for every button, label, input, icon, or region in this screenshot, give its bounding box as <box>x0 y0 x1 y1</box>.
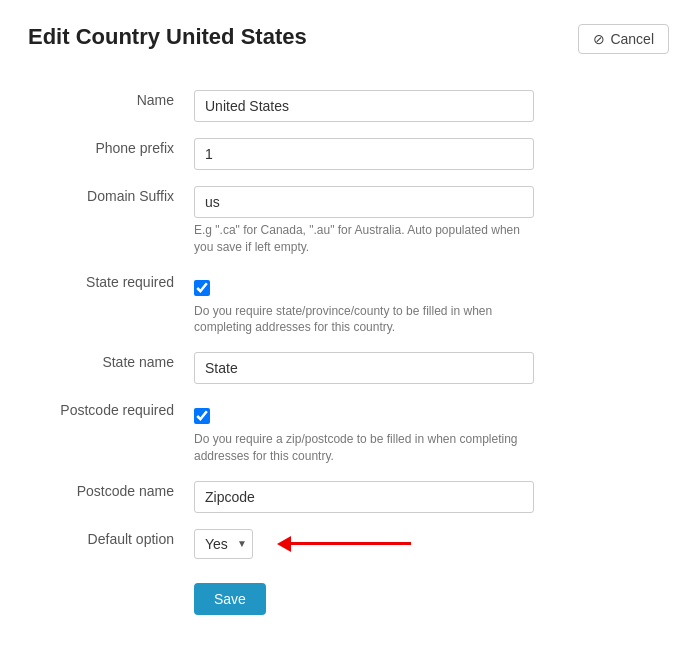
domain-suffix-row: Domain Suffix E.g ".ca" for Canada, ".au… <box>28 178 669 264</box>
state-required-hint: Do you require state/province/county to … <box>194 303 534 337</box>
phone-prefix-label: Phone prefix <box>28 130 188 178</box>
default-option-select[interactable]: Yes No <box>194 529 253 559</box>
state-name-row: State name <box>28 344 669 392</box>
cancel-label: Cancel <box>610 31 654 47</box>
name-label: Name <box>28 82 188 130</box>
default-option-label: Default option <box>28 521 188 567</box>
postcode-name-label: Postcode name <box>28 473 188 521</box>
state-name-field-cell <box>188 344 669 392</box>
postcode-name-row: Postcode name <box>28 473 669 521</box>
page-header: Edit Country United States ⊘ Cancel <box>28 24 669 54</box>
domain-suffix-hint: E.g ".ca" for Canada, ".au" for Australi… <box>194 222 534 256</box>
edit-form: Name Phone prefix Domain Suffix E.g ".ca… <box>28 82 669 623</box>
domain-suffix-input[interactable] <box>194 186 534 218</box>
domain-suffix-field-cell: E.g ".ca" for Canada, ".au" for Australi… <box>188 178 669 264</box>
phone-prefix-field-cell <box>188 130 669 178</box>
phone-prefix-input[interactable] <box>194 138 534 170</box>
default-option-field-cell: Yes No ▼ <box>188 521 669 567</box>
default-option-select-wrapper: Yes No ▼ <box>194 529 253 559</box>
postcode-required-label: Postcode required <box>28 392 188 473</box>
postcode-required-row: Postcode required Do you require a zip/p… <box>28 392 669 473</box>
name-input[interactable] <box>194 90 534 122</box>
postcode-name-input[interactable] <box>194 481 534 513</box>
state-required-checkbox[interactable] <box>194 280 210 296</box>
cancel-icon: ⊘ <box>593 31 605 47</box>
state-required-field-cell: Do you require state/province/county to … <box>188 264 669 345</box>
state-name-label: State name <box>28 344 188 392</box>
arrow-line <box>291 542 411 545</box>
cancel-button[interactable]: ⊘ Cancel <box>578 24 669 54</box>
save-row: Save <box>28 567 669 623</box>
postcode-required-field-cell: Do you require a zip/postcode to be fill… <box>188 392 669 473</box>
save-field-cell: Save <box>188 567 669 623</box>
arrow-indicator <box>278 536 411 552</box>
state-required-row: State required Do you require state/prov… <box>28 264 669 345</box>
state-required-label: State required <box>28 264 188 345</box>
page-title: Edit Country United States <box>28 24 307 50</box>
arrow-head <box>277 536 291 552</box>
state-name-input[interactable] <box>194 352 534 384</box>
postcode-required-hint: Do you require a zip/postcode to be fill… <box>194 431 534 465</box>
save-button[interactable]: Save <box>194 583 266 615</box>
postcode-required-checkbox[interactable] <box>194 408 210 424</box>
phone-prefix-row: Phone prefix <box>28 130 669 178</box>
domain-suffix-label: Domain Suffix <box>28 178 188 264</box>
name-field-cell <box>188 82 669 130</box>
name-row: Name <box>28 82 669 130</box>
default-option-row: Default option Yes No ▼ <box>28 521 669 567</box>
postcode-name-field-cell <box>188 473 669 521</box>
